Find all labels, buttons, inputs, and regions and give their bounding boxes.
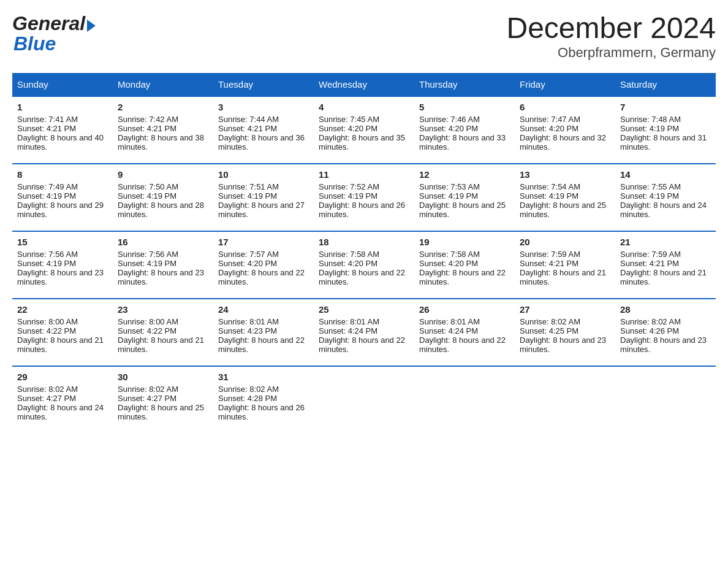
day-number: 2: [118, 102, 208, 112]
calendar-day-cell: 13Sunrise: 7:54 AMSunset: 4:19 PMDayligh…: [515, 164, 615, 231]
page-header: General Blue December 2024 Oberpframmern…: [12, 12, 716, 61]
calendar-day-cell: 8Sunrise: 7:49 AMSunset: 4:19 PMDaylight…: [12, 164, 113, 231]
day-number: 19: [419, 237, 510, 247]
calendar-day-cell: 28Sunrise: 8:02 AMSunset: 4:26 PMDayligh…: [615, 299, 716, 366]
calendar-day-cell: 22Sunrise: 8:00 AMSunset: 4:22 PMDayligh…: [12, 299, 113, 366]
day-number: 13: [520, 169, 610, 180]
day-number: 6: [520, 102, 610, 112]
col-saturday: Saturday: [615, 73, 716, 96]
col-thursday: Thursday: [414, 73, 515, 96]
page-title: December 2024: [506, 12, 716, 45]
col-tuesday: Tuesday: [213, 73, 314, 96]
day-number: 24: [218, 304, 309, 315]
day-number: 23: [118, 304, 208, 315]
calendar-week-row: 22Sunrise: 8:00 AMSunset: 4:22 PMDayligh…: [12, 299, 716, 366]
calendar-week-row: 1Sunrise: 7:41 AMSunset: 4:21 PMDaylight…: [12, 96, 716, 164]
day-number: 12: [419, 169, 510, 180]
day-number: 20: [520, 237, 610, 247]
day-number: 25: [319, 304, 409, 315]
calendar-day-cell: 15Sunrise: 7:56 AMSunset: 4:19 PMDayligh…: [12, 231, 113, 299]
calendar-day-cell: 16Sunrise: 7:56 AMSunset: 4:19 PMDayligh…: [113, 231, 213, 299]
calendar-day-cell: 3Sunrise: 7:44 AMSunset: 4:21 PMDaylight…: [213, 96, 314, 164]
day-number: 30: [118, 372, 208, 382]
calendar-week-row: 15Sunrise: 7:56 AMSunset: 4:19 PMDayligh…: [12, 231, 716, 299]
logo-arrow-icon: [87, 20, 96, 32]
col-wednesday: Wednesday: [314, 73, 414, 96]
day-number: 5: [419, 102, 510, 112]
calendar-day-cell: 14Sunrise: 7:55 AMSunset: 4:19 PMDayligh…: [615, 164, 716, 231]
day-number: 31: [218, 372, 309, 382]
calendar-day-cell: 24Sunrise: 8:01 AMSunset: 4:23 PMDayligh…: [213, 299, 314, 366]
day-number: 14: [620, 169, 711, 180]
calendar-day-cell: 2Sunrise: 7:42 AMSunset: 4:21 PMDaylight…: [113, 96, 213, 164]
calendar-day-cell: 12Sunrise: 7:53 AMSunset: 4:19 PMDayligh…: [414, 164, 515, 231]
day-number: 3: [218, 102, 309, 112]
day-number: 28: [620, 304, 711, 315]
calendar-day-cell: 20Sunrise: 7:59 AMSunset: 4:21 PMDayligh…: [515, 231, 615, 299]
calendar-day-cell: 27Sunrise: 8:02 AMSunset: 4:25 PMDayligh…: [515, 299, 615, 366]
day-number: 8: [17, 169, 108, 180]
calendar-day-cell: 18Sunrise: 7:58 AMSunset: 4:20 PMDayligh…: [314, 231, 414, 299]
col-monday: Monday: [113, 73, 213, 96]
title-block: December 2024 Oberpframmern, Germany: [506, 12, 716, 61]
calendar-day-cell: 17Sunrise: 7:57 AMSunset: 4:20 PMDayligh…: [213, 231, 314, 299]
day-number: 15: [17, 237, 108, 247]
calendar-table: Sunday Monday Tuesday Wednesday Thursday…: [12, 73, 716, 434]
day-number: 10: [218, 169, 309, 180]
calendar-day-cell: 1Sunrise: 7:41 AMSunset: 4:21 PMDaylight…: [12, 96, 113, 164]
calendar-day-cell: [515, 366, 615, 434]
calendar-day-cell: 26Sunrise: 8:01 AMSunset: 4:24 PMDayligh…: [414, 299, 515, 366]
calendar-day-cell: 11Sunrise: 7:52 AMSunset: 4:19 PMDayligh…: [314, 164, 414, 231]
calendar-day-cell: 7Sunrise: 7:48 AMSunset: 4:19 PMDaylight…: [615, 96, 716, 164]
calendar-header-row: Sunday Monday Tuesday Wednesday Thursday…: [12, 73, 716, 96]
day-number: 11: [319, 169, 409, 180]
calendar-day-cell: 9Sunrise: 7:50 AMSunset: 4:19 PMDaylight…: [113, 164, 213, 231]
calendar-day-cell: 6Sunrise: 7:47 AMSunset: 4:20 PMDaylight…: [515, 96, 615, 164]
calendar-week-row: 29Sunrise: 8:02 AMSunset: 4:27 PMDayligh…: [12, 366, 716, 434]
day-number: 27: [520, 304, 610, 315]
calendar-day-cell: 19Sunrise: 7:58 AMSunset: 4:20 PMDayligh…: [414, 231, 515, 299]
logo-blue-text: Blue: [13, 33, 56, 55]
calendar-day-cell: [615, 366, 716, 434]
calendar-day-cell: [314, 366, 414, 434]
calendar-day-cell: 4Sunrise: 7:45 AMSunset: 4:20 PMDaylight…: [314, 96, 414, 164]
day-number: 26: [419, 304, 510, 315]
logo: General Blue: [12, 12, 96, 55]
day-number: 9: [118, 169, 208, 180]
calendar-day-cell: 30Sunrise: 8:02 AMSunset: 4:27 PMDayligh…: [113, 366, 213, 434]
calendar-day-cell: 29Sunrise: 8:02 AMSunset: 4:27 PMDayligh…: [12, 366, 113, 434]
calendar-day-cell: 31Sunrise: 8:02 AMSunset: 4:28 PMDayligh…: [213, 366, 314, 434]
day-number: 18: [319, 237, 409, 247]
calendar-day-cell: 21Sunrise: 7:59 AMSunset: 4:21 PMDayligh…: [615, 231, 716, 299]
day-number: 29: [17, 372, 108, 382]
calendar-day-cell: [414, 366, 515, 434]
calendar-day-cell: 5Sunrise: 7:46 AMSunset: 4:20 PMDaylight…: [414, 96, 515, 164]
day-number: 16: [118, 237, 208, 247]
col-sunday: Sunday: [12, 73, 113, 96]
calendar-day-cell: 25Sunrise: 8:01 AMSunset: 4:24 PMDayligh…: [314, 299, 414, 366]
day-number: 1: [17, 102, 108, 112]
calendar-day-cell: 23Sunrise: 8:00 AMSunset: 4:22 PMDayligh…: [113, 299, 213, 366]
day-number: 21: [620, 237, 711, 247]
page-subtitle: Oberpframmern, Germany: [506, 45, 716, 61]
calendar-day-cell: 10Sunrise: 7:51 AMSunset: 4:19 PMDayligh…: [213, 164, 314, 231]
day-number: 22: [17, 304, 108, 315]
logo-general-text: General: [12, 12, 85, 35]
col-friday: Friday: [515, 73, 615, 96]
day-number: 17: [218, 237, 309, 247]
day-number: 4: [319, 102, 409, 112]
calendar-week-row: 8Sunrise: 7:49 AMSunset: 4:19 PMDaylight…: [12, 164, 716, 231]
day-number: 7: [620, 102, 711, 112]
